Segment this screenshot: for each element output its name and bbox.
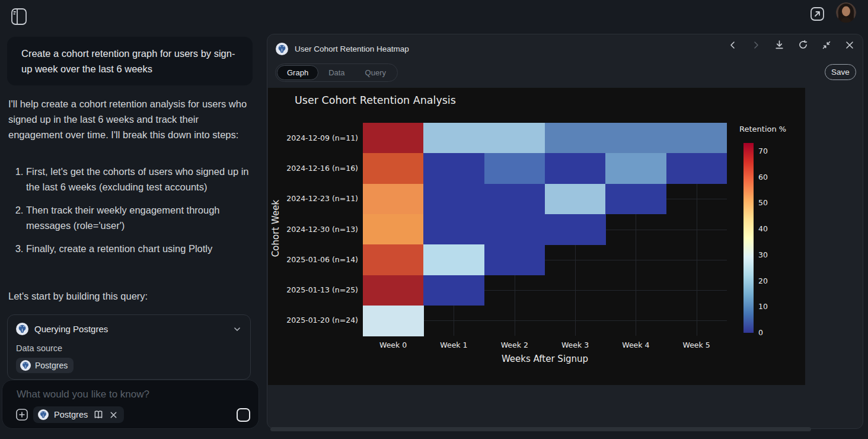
heatmap-cell[interactable] — [545, 123, 606, 154]
postgres-icon — [38, 409, 49, 420]
y-tick-label: 2024-12-09 (n=11) — [269, 133, 358, 142]
retention-heatmap-chart: User Cohort Retention Analysis 2024-12-0… — [268, 88, 805, 385]
collapse-icon[interactable] — [822, 40, 831, 50]
composer-context-chip[interactable]: Postgres — [33, 406, 124, 423]
heatmap-cell[interactable] — [423, 123, 484, 154]
book-icon[interactable] — [93, 409, 104, 420]
nav-forward-icon[interactable] — [751, 40, 761, 50]
refresh-icon[interactable] — [798, 40, 808, 50]
x-axis-title: Weeks After Signup — [363, 354, 727, 364]
share-button[interactable] — [810, 7, 825, 21]
heatmap-cell[interactable] — [545, 214, 606, 245]
colorbar-tick-label: 60 — [758, 173, 768, 182]
y-tick-label: 2024-12-30 (n=13) — [269, 225, 358, 234]
assistant-step: Finally, create a retention chart using … — [26, 241, 250, 256]
heatmap-cell[interactable] — [484, 153, 545, 184]
heatmap-cell[interactable] — [363, 123, 424, 154]
plus-icon — [15, 408, 28, 421]
assistant-steps-list: First, let's get the cohorts of users wh… — [8, 164, 250, 264]
heatmap-cell[interactable] — [423, 244, 484, 275]
panel-scrollbar[interactable] — [270, 427, 811, 431]
share-icon — [810, 7, 825, 21]
sidebar-toggle-button[interactable] — [11, 7, 27, 26]
colorbar-tick-label: 40 — [758, 224, 768, 233]
composer-input[interactable] — [17, 389, 242, 400]
query-lead-text: Let's start by building this query: — [8, 291, 253, 302]
y-tick-label: 2025-01-06 (n=14) — [269, 255, 358, 264]
y-axis-title: Cohort Week — [270, 169, 281, 288]
assistant-intro-text: I'll help create a cohort retention anal… — [8, 96, 253, 142]
heatmap-cell[interactable] — [363, 184, 424, 215]
heatmap-cell[interactable] — [545, 153, 606, 184]
save-button[interactable]: Save — [825, 64, 856, 80]
user-message-text: Create a cohort retention graph for user… — [21, 48, 235, 74]
artifact-panel: User Cohort Retention Heatmap — [267, 34, 863, 429]
colorbar — [743, 143, 754, 333]
assistant-step: Then track their weekly engagement throu… — [26, 202, 250, 233]
heatmap-cell[interactable] — [484, 184, 545, 215]
composer: Postgres — [2, 380, 259, 429]
download-icon[interactable] — [774, 40, 784, 50]
composer-context-chip-label: Postgres — [54, 410, 88, 419]
postgres-icon — [276, 43, 288, 55]
x-tick-label: Week 1 — [423, 341, 484, 349]
x-tick-label: Week 0 — [362, 341, 424, 349]
x-tick-label: Week 5 — [666, 341, 727, 349]
heatmap-cell[interactable] — [666, 123, 727, 154]
y-tick-label: 2025-01-13 (n=25) — [269, 285, 358, 294]
heatmap-cell[interactable] — [545, 184, 606, 215]
heatmap-cell[interactable] — [605, 184, 666, 215]
heatmap-cell[interactable] — [484, 123, 545, 154]
postgres-icon — [20, 360, 31, 371]
x-tick-label: Week 2 — [484, 341, 545, 349]
heatmap-cell[interactable] — [363, 306, 424, 336]
x-tick-label: Week 4 — [605, 341, 666, 349]
artifact-tabs: GraphDataQuery — [275, 63, 398, 82]
assistant-step: First, let's get the cohorts of users wh… — [26, 164, 250, 195]
heatmap-cell[interactable] — [363, 275, 424, 306]
colorbar-tick-label: 30 — [758, 250, 768, 259]
colorbar-tick-label: 10 — [758, 302, 768, 311]
data-source-label: Data source — [16, 343, 250, 353]
heatmap-cell[interactable] — [423, 153, 484, 184]
heatmap-cell[interactable] — [605, 123, 666, 154]
chart-title: User Cohort Retention Analysis — [295, 94, 456, 106]
querying-postgres-card[interactable]: Querying Postgres Data source Postgres — [7, 314, 251, 380]
stop-button[interactable] — [237, 408, 250, 422]
query-card-title: Querying Postgres — [34, 324, 226, 334]
avatar[interactable] — [836, 2, 856, 23]
postgres-icon — [16, 323, 28, 335]
colorbar-tick-label: 20 — [758, 276, 768, 285]
colorbar-tick-label: 0 — [758, 328, 763, 337]
heatmap-cell[interactable] — [363, 244, 424, 275]
colorbar-tick-label: 50 — [758, 198, 768, 207]
y-tick-label: 2024-12-23 (n=11) — [269, 194, 358, 203]
app-root: Create a cohort retention graph for user… — [0, 0, 868, 439]
remove-context-icon[interactable] — [109, 411, 118, 419]
chevron-down-icon[interactable] — [232, 325, 242, 334]
data-source-chip[interactable]: Postgres — [16, 358, 74, 373]
heatmap-cell[interactable] — [484, 244, 545, 275]
sidebar-toggle-icon — [11, 7, 27, 26]
nav-back-icon[interactable] — [728, 40, 738, 50]
colorbar-tick-label: 70 — [758, 147, 768, 155]
heatmap-cell[interactable] — [605, 153, 666, 184]
artifact-title: User Cohort Retention Heatmap — [295, 44, 409, 53]
x-tick-label: Week 3 — [544, 341, 606, 349]
tab-query[interactable]: Query — [355, 65, 396, 80]
y-tick-label: 2024-12-16 (n=16) — [269, 164, 358, 173]
heatmap-cell[interactable] — [484, 214, 545, 245]
user-message-bubble: Create a cohort retention graph for user… — [7, 37, 253, 85]
heatmap-cell[interactable] — [423, 275, 484, 306]
heatmap-cell[interactable] — [423, 214, 484, 245]
tab-graph[interactable]: Graph — [277, 65, 318, 80]
data-source-chip-label: Postgres — [35, 361, 68, 370]
close-panel-icon[interactable] — [845, 40, 854, 50]
heatmap-cell[interactable] — [666, 153, 727, 184]
heatmap-cell[interactable] — [363, 153, 424, 184]
add-context-button[interactable] — [15, 408, 28, 421]
heatmap-cell[interactable] — [423, 184, 484, 215]
heatmap-cell[interactable] — [363, 214, 424, 245]
tab-data[interactable]: Data — [318, 65, 355, 80]
y-tick-label: 2025-01-20 (n=24) — [269, 316, 358, 325]
